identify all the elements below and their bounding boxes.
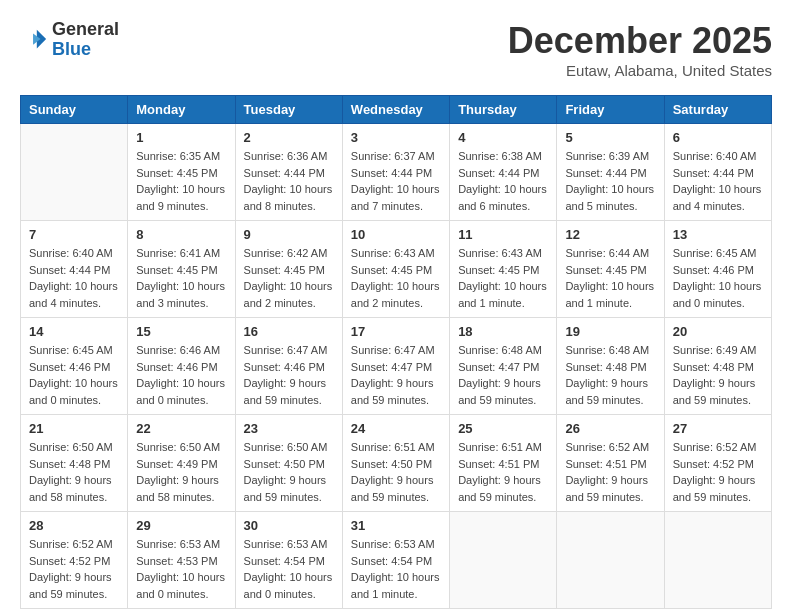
sunrise-text: Sunrise: 6:51 AM <box>458 439 548 456</box>
day-number: 16 <box>244 324 334 339</box>
day-number: 15 <box>136 324 226 339</box>
day-number: 19 <box>565 324 655 339</box>
daylight-text: Daylight: 9 hours and 59 minutes. <box>29 569 119 602</box>
calendar-cell: 23 Sunrise: 6:50 AM Sunset: 4:50 PM Dayl… <box>235 415 342 512</box>
calendar-cell: 18 Sunrise: 6:48 AM Sunset: 4:47 PM Dayl… <box>450 318 557 415</box>
calendar-cell: 1 Sunrise: 6:35 AM Sunset: 4:45 PM Dayli… <box>128 124 235 221</box>
location: Eutaw, Alabama, United States <box>508 62 772 79</box>
daylight-text: Daylight: 9 hours and 59 minutes. <box>351 472 441 505</box>
sunset-text: Sunset: 4:46 PM <box>673 262 763 279</box>
calendar-cell <box>450 512 557 609</box>
sunset-text: Sunset: 4:51 PM <box>458 456 548 473</box>
calendar-cell: 31 Sunrise: 6:53 AM Sunset: 4:54 PM Dayl… <box>342 512 449 609</box>
day-number: 14 <box>29 324 119 339</box>
day-info: Sunrise: 6:41 AM Sunset: 4:45 PM Dayligh… <box>136 245 226 311</box>
sunset-text: Sunset: 4:44 PM <box>458 165 548 182</box>
weekday-header: Tuesday <box>235 96 342 124</box>
sunrise-text: Sunrise: 6:51 AM <box>351 439 441 456</box>
calendar-cell: 28 Sunrise: 6:52 AM Sunset: 4:52 PM Dayl… <box>21 512 128 609</box>
daylight-text: Daylight: 10 hours and 4 minutes. <box>29 278 119 311</box>
sunset-text: Sunset: 4:46 PM <box>29 359 119 376</box>
calendar-cell: 5 Sunrise: 6:39 AM Sunset: 4:44 PM Dayli… <box>557 124 664 221</box>
day-number: 25 <box>458 421 548 436</box>
logo: General Blue <box>20 20 119 60</box>
day-info: Sunrise: 6:45 AM Sunset: 4:46 PM Dayligh… <box>673 245 763 311</box>
daylight-text: Daylight: 10 hours and 6 minutes. <box>458 181 548 214</box>
sunset-text: Sunset: 4:54 PM <box>244 553 334 570</box>
calendar-cell: 25 Sunrise: 6:51 AM Sunset: 4:51 PM Dayl… <box>450 415 557 512</box>
calendar-week-row: 7 Sunrise: 6:40 AM Sunset: 4:44 PM Dayli… <box>21 221 772 318</box>
weekday-header: Monday <box>128 96 235 124</box>
daylight-text: Daylight: 9 hours and 59 minutes. <box>673 472 763 505</box>
day-number: 8 <box>136 227 226 242</box>
calendar-cell: 4 Sunrise: 6:38 AM Sunset: 4:44 PM Dayli… <box>450 124 557 221</box>
day-info: Sunrise: 6:50 AM Sunset: 4:49 PM Dayligh… <box>136 439 226 505</box>
sunrise-text: Sunrise: 6:39 AM <box>565 148 655 165</box>
day-number: 6 <box>673 130 763 145</box>
day-info: Sunrise: 6:43 AM Sunset: 4:45 PM Dayligh… <box>351 245 441 311</box>
calendar-cell: 30 Sunrise: 6:53 AM Sunset: 4:54 PM Dayl… <box>235 512 342 609</box>
calendar-week-row: 21 Sunrise: 6:50 AM Sunset: 4:48 PM Dayl… <box>21 415 772 512</box>
day-info: Sunrise: 6:45 AM Sunset: 4:46 PM Dayligh… <box>29 342 119 408</box>
sunset-text: Sunset: 4:45 PM <box>136 262 226 279</box>
daylight-text: Daylight: 10 hours and 0 minutes. <box>673 278 763 311</box>
sunset-text: Sunset: 4:48 PM <box>673 359 763 376</box>
sunrise-text: Sunrise: 6:52 AM <box>29 536 119 553</box>
calendar-header-row: SundayMondayTuesdayWednesdayThursdayFrid… <box>21 96 772 124</box>
daylight-text: Daylight: 9 hours and 59 minutes. <box>458 472 548 505</box>
sunrise-text: Sunrise: 6:45 AM <box>29 342 119 359</box>
sunrise-text: Sunrise: 6:41 AM <box>136 245 226 262</box>
calendar-cell: 10 Sunrise: 6:43 AM Sunset: 4:45 PM Dayl… <box>342 221 449 318</box>
daylight-text: Daylight: 9 hours and 59 minutes. <box>244 472 334 505</box>
daylight-text: Daylight: 10 hours and 1 minute. <box>458 278 548 311</box>
sunset-text: Sunset: 4:45 PM <box>136 165 226 182</box>
calendar-cell: 27 Sunrise: 6:52 AM Sunset: 4:52 PM Dayl… <box>664 415 771 512</box>
day-info: Sunrise: 6:53 AM Sunset: 4:53 PM Dayligh… <box>136 536 226 602</box>
calendar-cell: 11 Sunrise: 6:43 AM Sunset: 4:45 PM Dayl… <box>450 221 557 318</box>
day-number: 18 <box>458 324 548 339</box>
sunset-text: Sunset: 4:44 PM <box>29 262 119 279</box>
sunset-text: Sunset: 4:46 PM <box>244 359 334 376</box>
sunset-text: Sunset: 4:53 PM <box>136 553 226 570</box>
day-number: 30 <box>244 518 334 533</box>
sunset-text: Sunset: 4:48 PM <box>29 456 119 473</box>
sunrise-text: Sunrise: 6:37 AM <box>351 148 441 165</box>
weekday-header: Saturday <box>664 96 771 124</box>
sunrise-text: Sunrise: 6:45 AM <box>673 245 763 262</box>
day-number: 2 <box>244 130 334 145</box>
sunset-text: Sunset: 4:47 PM <box>458 359 548 376</box>
month-title: December 2025 <box>508 20 772 62</box>
daylight-text: Daylight: 9 hours and 59 minutes. <box>673 375 763 408</box>
daylight-text: Daylight: 10 hours and 7 minutes. <box>351 181 441 214</box>
sunset-text: Sunset: 4:44 PM <box>565 165 655 182</box>
daylight-text: Daylight: 9 hours and 59 minutes. <box>565 472 655 505</box>
day-number: 1 <box>136 130 226 145</box>
day-number: 23 <box>244 421 334 436</box>
sunrise-text: Sunrise: 6:42 AM <box>244 245 334 262</box>
day-info: Sunrise: 6:47 AM Sunset: 4:47 PM Dayligh… <box>351 342 441 408</box>
daylight-text: Daylight: 10 hours and 2 minutes. <box>244 278 334 311</box>
sunset-text: Sunset: 4:52 PM <box>29 553 119 570</box>
day-info: Sunrise: 6:40 AM Sunset: 4:44 PM Dayligh… <box>29 245 119 311</box>
daylight-text: Daylight: 10 hours and 0 minutes. <box>136 569 226 602</box>
day-info: Sunrise: 6:40 AM Sunset: 4:44 PM Dayligh… <box>673 148 763 214</box>
daylight-text: Daylight: 10 hours and 4 minutes. <box>673 181 763 214</box>
day-info: Sunrise: 6:51 AM Sunset: 4:50 PM Dayligh… <box>351 439 441 505</box>
calendar-week-row: 28 Sunrise: 6:52 AM Sunset: 4:52 PM Dayl… <box>21 512 772 609</box>
sunset-text: Sunset: 4:47 PM <box>351 359 441 376</box>
weekday-header: Wednesday <box>342 96 449 124</box>
page-header: General Blue December 2025 Eutaw, Alabam… <box>20 20 772 79</box>
calendar-cell: 14 Sunrise: 6:45 AM Sunset: 4:46 PM Dayl… <box>21 318 128 415</box>
day-info: Sunrise: 6:51 AM Sunset: 4:51 PM Dayligh… <box>458 439 548 505</box>
calendar-table: SundayMondayTuesdayWednesdayThursdayFrid… <box>20 95 772 609</box>
day-number: 7 <box>29 227 119 242</box>
title-area: December 2025 Eutaw, Alabama, United Sta… <box>508 20 772 79</box>
day-number: 10 <box>351 227 441 242</box>
day-number: 17 <box>351 324 441 339</box>
sunrise-text: Sunrise: 6:50 AM <box>136 439 226 456</box>
sunset-text: Sunset: 4:46 PM <box>136 359 226 376</box>
daylight-text: Daylight: 9 hours and 59 minutes. <box>244 375 334 408</box>
sunset-text: Sunset: 4:44 PM <box>351 165 441 182</box>
day-info: Sunrise: 6:50 AM Sunset: 4:50 PM Dayligh… <box>244 439 334 505</box>
day-info: Sunrise: 6:47 AM Sunset: 4:46 PM Dayligh… <box>244 342 334 408</box>
